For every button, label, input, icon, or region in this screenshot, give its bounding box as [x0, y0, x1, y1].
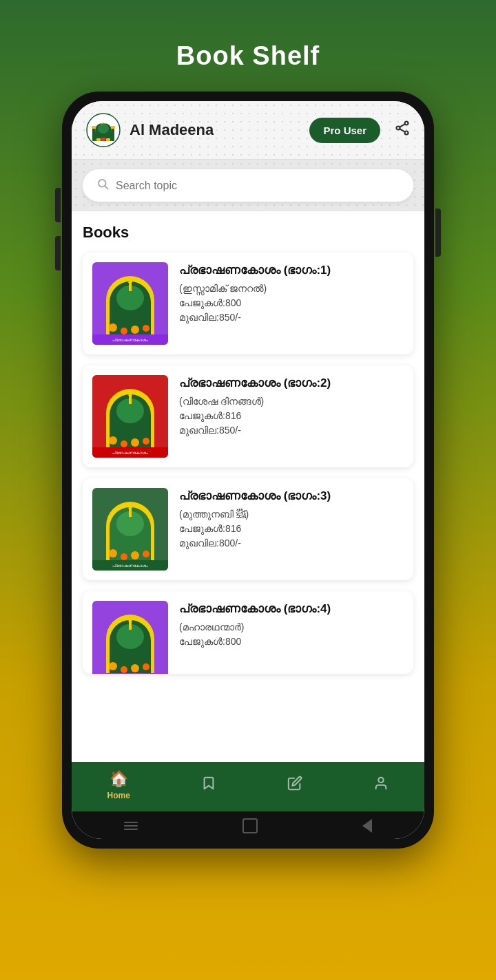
svg-rect-5: [112, 127, 114, 141]
volume-down-button: [55, 236, 61, 270]
svg-rect-75: [92, 673, 168, 674]
book-cover-4: പ്രഭാഷണകോശം: [92, 601, 168, 674]
svg-point-57: [121, 553, 127, 560]
search-bar[interactable]: [83, 169, 413, 202]
svg-rect-9: [106, 138, 110, 141]
pro-user-button[interactable]: Pro User: [309, 118, 380, 143]
svg-rect-24: [129, 281, 132, 291]
book-cover-3: പ്രഭാഷണകോശം: [92, 488, 168, 571]
book-price-3: മുഖവില:800/-: [179, 537, 404, 549]
svg-point-2: [98, 124, 109, 134]
nav-edit[interactable]: [287, 776, 302, 795]
book-info-3: പ്രഭാഷണകോശം (ഭാഗം:3) (മുത്തുനബി ﷺ) പേജുക…: [179, 488, 404, 549]
svg-point-71: [109, 662, 117, 670]
book-pages-4: പേജുകൾ:800: [179, 636, 404, 648]
book-card-1[interactable]: പ്രഭാഷണകോശം പ്രഭാഷണകോശം (ഭാഗം:1) (ഇസ്സാമ…: [83, 253, 413, 354]
svg-rect-69: [129, 620, 132, 630]
book-pages-3: പേജുകൾ:816: [179, 523, 404, 535]
volume-up-button: [55, 188, 61, 222]
home-icon: 🏠: [110, 770, 128, 788]
bookmark-icon: [201, 776, 216, 795]
svg-point-72: [121, 666, 127, 673]
svg-point-27: [121, 328, 127, 334]
book-info-1: പ്രഭാഷണകോശം (ഭാഗം:1) (ഇസ്സാമിക് ജനറൽ) പേ…: [179, 262, 404, 323]
logo-container: [85, 112, 121, 148]
book-subtitle-2: (വിശേഷ ദിനങ്ങൾ): [179, 396, 404, 407]
svg-point-56: [109, 549, 117, 557]
books-section-title: Books: [83, 224, 413, 242]
svg-rect-8: [101, 138, 105, 141]
search-icon: [96, 178, 109, 193]
nav-profile[interactable]: [373, 776, 389, 795]
svg-point-42: [121, 440, 127, 447]
books-section: Books: [72, 211, 424, 762]
svg-text:പ്രഭാഷണകോശം: പ്രഭാഷണകോശം: [112, 564, 148, 568]
svg-point-41: [109, 436, 117, 445]
search-container: [72, 160, 424, 211]
bottom-bar-back: [362, 819, 372, 833]
book-title-1: പ്രഭാഷണകോശം (ഭാഗം:1): [179, 262, 404, 279]
svg-point-74: [143, 663, 149, 670]
book-subtitle-4: (മഹാരഥന്മാർ): [179, 621, 404, 633]
svg-rect-54: [129, 507, 132, 517]
bottom-nav: 🏠 Home: [72, 762, 424, 811]
app-name: Al Madeena: [130, 121, 301, 139]
phone-frame: Al Madeena Pro User: [62, 92, 434, 849]
profile-icon: [373, 776, 389, 795]
book-card-2[interactable]: പ്രഭാഷണകോശം പ്രഭാഷണകോശം (ഭാഗം:2) (വിശേഷ …: [83, 365, 413, 467]
book-price-2: മുഖവില:850/-: [179, 425, 404, 436]
phone-bottom-bar: [72, 811, 424, 839]
book-title-3: പ്രഭാഷണകോശം (ഭാഗം:3): [179, 488, 404, 504]
svg-line-16: [105, 186, 107, 189]
bottom-bar-home: [242, 818, 258, 833]
svg-point-43: [131, 438, 139, 447]
share-icon[interactable]: [394, 120, 411, 140]
book-card-3[interactable]: പ്രഭാഷണകോശം പ്രഭാഷണകോശം (ഭാഗം:3) (മുത്തു…: [83, 478, 413, 580]
svg-text:പ്രഭാഷണകോശം: പ്രഭാഷണകോശം: [112, 451, 148, 455]
book-subtitle-3: (മുത്തുനബി ﷺ): [179, 509, 404, 520]
edit-icon: [287, 776, 302, 795]
svg-rect-3: [92, 127, 95, 141]
book-price-1: മുഖവില:850/-: [179, 312, 404, 323]
book-pages-1: പേജുകൾ:800: [179, 297, 404, 309]
svg-text:പ്രഭാഷണകോശം: പ്രഭാഷണകോശം: [112, 338, 148, 342]
book-cover-2: പ്രഭാഷണകോശം: [92, 375, 168, 458]
search-input[interactable]: [116, 180, 400, 192]
svg-line-13: [400, 129, 404, 131]
svg-rect-4: [92, 126, 96, 129]
svg-point-77: [379, 778, 384, 782]
page-title: Book Shelf: [0, 41, 496, 71]
app-header: Al Madeena Pro User: [72, 101, 424, 160]
svg-point-26: [109, 323, 117, 332]
svg-point-73: [131, 664, 139, 672]
book-info-2: പ്രഭാഷണകോശം (ഭാഗം:2) (വിശേഷ ദിനങ്ങൾ) പേജ…: [179, 375, 404, 436]
svg-point-29: [143, 325, 149, 332]
page-title-container: Book Shelf: [0, 0, 496, 92]
bottom-bar-menu: [124, 822, 138, 830]
nav-home[interactable]: 🏠 Home: [107, 770, 130, 800]
svg-line-14: [400, 124, 404, 127]
home-label: Home: [107, 791, 130, 800]
book-info-4: പ്രഭാഷണകോശം (ഭാഗം:4) (മഹാരഥന്മാർ) പേജുകൾ…: [179, 601, 404, 650]
book-card-4[interactable]: പ്രഭാഷണകോശം പ്രഭാഷണകോശം (ഭാഗം:4) (മഹാരഥന…: [83, 591, 413, 674]
nav-bookmark[interactable]: [201, 776, 216, 795]
svg-rect-7: [96, 138, 101, 141]
svg-rect-39: [129, 394, 132, 404]
svg-rect-6: [111, 126, 115, 129]
power-button: [435, 209, 441, 257]
svg-point-58: [131, 551, 139, 560]
book-subtitle-1: (ഇസ്സാമിക് ജനറൽ): [179, 283, 404, 295]
svg-point-44: [143, 438, 149, 445]
book-title-2: പ്രഭാഷണകോശം (ഭാഗം:2): [179, 375, 404, 392]
book-cover-1: പ്രഭാഷണകോശം: [92, 262, 168, 345]
book-title-4: പ്രഭാഷണകോശം (ഭാഗം:4): [179, 601, 404, 617]
svg-point-59: [143, 551, 149, 557]
book-pages-2: പേജുകൾ:816: [179, 410, 404, 422]
svg-point-28: [131, 326, 139, 334]
